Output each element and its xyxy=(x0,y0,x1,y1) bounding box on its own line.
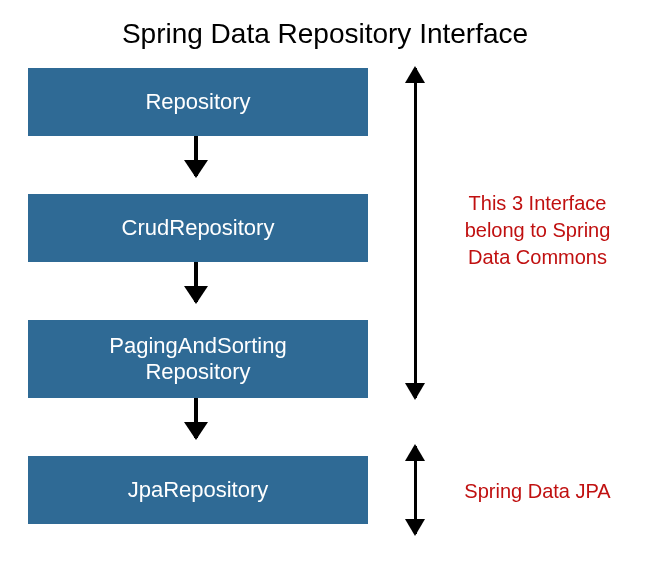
box-repository: Repository xyxy=(28,68,368,136)
box-jpa-repository: JpaRepository xyxy=(28,456,368,524)
arrow-crud-to-paging xyxy=(194,262,198,302)
diagram-canvas: Repository CrudRepository PagingAndSorti… xyxy=(0,60,650,570)
annotation-commons-line2: belong to Spring xyxy=(450,217,625,244)
box-crud-repository: CrudRepository xyxy=(28,194,368,262)
annotation-jpa: Spring Data JPA xyxy=(450,478,625,505)
box-paging-label-line1: PagingAndSorting xyxy=(109,333,286,359)
arrow-paging-to-jpa xyxy=(194,398,198,438)
box-paging-label-line2: Repository xyxy=(109,359,286,385)
annotation-commons-line1: This 3 Interface xyxy=(450,190,625,217)
range-arrow-jpa xyxy=(414,446,417,534)
annotation-commons: This 3 Interface belong to Spring Data C… xyxy=(450,190,625,271)
box-jpa-label: JpaRepository xyxy=(128,477,269,503)
diagram-title: Spring Data Repository Interface xyxy=(0,0,650,60)
box-paging-sorting-repository: PagingAndSorting Repository xyxy=(28,320,368,398)
range-arrow-commons xyxy=(414,68,417,398)
annotation-commons-line3: Data Commons xyxy=(450,244,625,271)
box-repository-label: Repository xyxy=(145,89,250,115)
box-crud-label: CrudRepository xyxy=(122,215,275,241)
box-paging-label: PagingAndSorting Repository xyxy=(109,333,286,386)
arrow-repo-to-crud xyxy=(194,136,198,176)
